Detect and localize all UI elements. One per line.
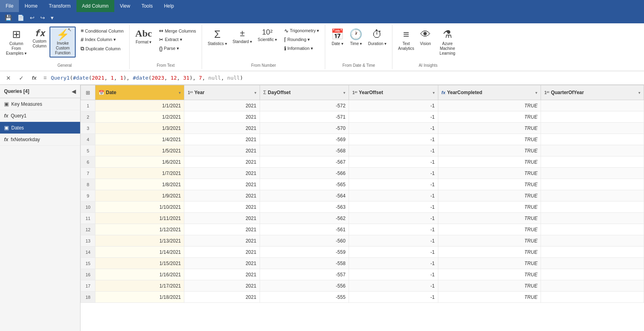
dayoffset-cell: -567 xyxy=(260,156,349,168)
sidebar-item-query1[interactable]: fx Query1 xyxy=(0,110,80,122)
rounding-button[interactable]: ⌈ Rounding ▾ xyxy=(282,35,322,44)
formula-equals-sign: = xyxy=(43,75,47,81)
merge-columns-button[interactable]: ⇔ Merge Columns xyxy=(157,27,198,35)
yearoffset-column-header[interactable]: 1²³ YearOffset ▾ xyxy=(349,85,438,100)
sidebar-item-dates[interactable]: ▣ Dates xyxy=(0,122,80,134)
date-cell: 1/13/2021 xyxy=(95,235,184,247)
formula-confirm-button[interactable]: ✓ xyxy=(16,73,27,83)
formula-input[interactable]: Query1(#date(2021, 1, 1), #date(2023, 12… xyxy=(51,75,641,81)
new-button[interactable]: 📄 xyxy=(16,14,26,22)
duration-button[interactable]: ⏱ Duration ▾ xyxy=(365,27,389,48)
table-row: 61/6/20212021-567-1TRUE xyxy=(81,156,644,168)
extract-icon: ✂ xyxy=(159,37,163,43)
ribbon-group-ai-insights: ≡ TextAnalytics 👁 Vision ⚗ Azure Machine… xyxy=(392,25,464,69)
dayoffset-cell: -562 xyxy=(260,213,349,224)
menu-view[interactable]: View xyxy=(114,0,136,12)
dayoffset-cell: -556 xyxy=(260,280,349,292)
extract-label: Extract ▾ xyxy=(165,37,182,42)
yearcompleted-column-header[interactable]: fx YearCompleted ▾ xyxy=(438,85,541,100)
date-column-header[interactable]: 📅 Date ▾ xyxy=(95,85,184,100)
dayoffset-cell: -570 xyxy=(260,123,349,134)
duplicate-column-icon: ⧉ xyxy=(80,45,84,52)
trigonometry-button[interactable]: ∿ Trigonometry ▾ xyxy=(282,27,322,35)
custom-column-button[interactable]: fx CustomColumn xyxy=(30,27,49,50)
date-col-arrow[interactable]: ▾ xyxy=(179,90,181,95)
year-cell: 2021 xyxy=(184,111,260,123)
merge-columns-label: Merge Columns xyxy=(165,29,196,33)
sidebar-collapse-button[interactable]: ◀ xyxy=(72,88,76,95)
yearoffset-cell: -1 xyxy=(349,292,438,303)
fx-button[interactable]: fx xyxy=(29,73,39,83)
dayoffset-column-header[interactable]: Σ DayOffset ▾ xyxy=(260,85,349,100)
dayoffset-col-arrow[interactable]: ▾ xyxy=(343,90,345,95)
duplicate-column-label: Duplicate Column xyxy=(85,46,120,51)
dayoffset-cell: -560 xyxy=(260,235,349,247)
quarterofyear-column-header[interactable]: 1²³ QuarterOfYear ▾ xyxy=(541,85,644,100)
dates-icon: ▣ xyxy=(4,125,9,131)
row-number-cell: 12 xyxy=(81,224,95,235)
sidebar-item-fxnetworkday[interactable]: fx fxNetworkday xyxy=(0,134,80,146)
table-row: 51/5/20212021-568-1TRUE xyxy=(81,145,644,156)
date-button[interactable]: 📅 Date ▾ xyxy=(328,27,346,48)
vision-button[interactable]: 👁 Vision xyxy=(417,27,433,48)
column-from-examples-button[interactable]: ⊞ Column FromExamples ▾ xyxy=(3,27,29,58)
extract-button[interactable]: ✂ Extract ▾ xyxy=(157,35,198,44)
index-column-button[interactable]: # Index Column ▾ xyxy=(78,35,126,44)
date-cell: 1/12/2021 xyxy=(95,224,184,235)
formula-cancel-button[interactable]: ✕ xyxy=(3,73,14,83)
save-button[interactable]: 💾 xyxy=(3,14,13,22)
menu-tools[interactable]: Tools xyxy=(136,0,158,12)
menu-home[interactable]: Home xyxy=(19,0,43,12)
data-area: ⊞ 📅 Date ▾ 1²³ xyxy=(80,85,644,331)
time-button[interactable]: 🕐 Time ▾ xyxy=(347,27,365,48)
vision-icon: 👁 xyxy=(420,28,431,41)
azure-ml-icon: ⚗ xyxy=(443,28,452,41)
yearcompleted-cell: TRUE xyxy=(438,280,541,292)
merge-columns-icon: ⇔ xyxy=(159,28,163,34)
redo-button[interactable]: ↪ xyxy=(39,14,47,22)
menu-transform[interactable]: Transform xyxy=(43,0,76,12)
sidebar-header: Queries [4] ◀ xyxy=(0,85,80,98)
quarterofyear-cell xyxy=(541,213,644,224)
year-col-arrow[interactable]: ▾ xyxy=(254,90,256,95)
conditional-column-label: Conditional Column xyxy=(85,29,124,33)
invoke-custom-function-button[interactable]: ⚡ ↖ Invoke CustomFunction xyxy=(50,27,76,58)
conditional-column-button[interactable]: ≡ Conditional Column xyxy=(78,27,126,35)
sidebar-item-key-measures[interactable]: ▣ Key Measures xyxy=(0,98,80,110)
from-text-group-label: From Text xyxy=(130,63,202,68)
yearoffset-cell: -1 xyxy=(349,100,438,111)
menu-add-column[interactable]: Add Column xyxy=(76,0,114,12)
information-button[interactable]: ℹ Information ▾ xyxy=(282,44,322,53)
yearoffset-cell: -1 xyxy=(349,134,438,145)
undo-button[interactable]: ↩ xyxy=(28,14,36,22)
data-table-container[interactable]: ⊞ 📅 Date ▾ 1²³ xyxy=(80,85,644,331)
yearcompleted-cell: TRUE xyxy=(438,247,541,258)
quarterofyear-cell xyxy=(541,235,644,247)
yearoffset-col-arrow[interactable]: ▾ xyxy=(433,90,435,95)
rounding-label: Rounding ▾ xyxy=(287,37,310,42)
text-analytics-button[interactable]: ≡ TextAnalytics xyxy=(396,27,417,53)
yearoffset-cell: -1 xyxy=(349,201,438,213)
quarterofyear-col-arrow[interactable]: ▾ xyxy=(638,90,640,95)
information-icon: ℹ xyxy=(284,45,286,51)
date-cell: 1/9/2021 xyxy=(95,190,184,201)
more-button[interactable]: ▾ xyxy=(49,14,55,22)
format-icon: Abc xyxy=(135,28,152,39)
standard-button[interactable]: ± Standard ▾ xyxy=(230,27,254,46)
statistics-button[interactable]: Σ Statistics ▾ xyxy=(205,27,229,48)
menu-file[interactable]: File xyxy=(0,0,19,12)
date-cell: 1/17/2021 xyxy=(95,280,184,292)
yearcompleted-col-arrow[interactable]: ▾ xyxy=(535,90,537,95)
row-number-cell: 16 xyxy=(81,269,95,280)
format-button[interactable]: Abc Format ▾ xyxy=(133,27,154,46)
quarterofyear-cell xyxy=(541,100,644,111)
ribbon-group-from-number: Σ Statistics ▾ ± Standard ▾ 10² Scientif… xyxy=(202,25,325,69)
parse-button[interactable]: {} Parse ▾ xyxy=(157,44,198,53)
scientific-button[interactable]: 10² Scientific ▾ xyxy=(255,27,279,44)
menu-help[interactable]: Help xyxy=(158,0,180,12)
quarterofyear-col-icon: 1²³ xyxy=(544,90,549,95)
azure-ml-button[interactable]: ⚗ Azure MachineLearning xyxy=(434,27,460,58)
year-column-header[interactable]: 1²³ Year ▾ xyxy=(184,85,260,100)
yearcompleted-cell: TRUE xyxy=(438,201,541,213)
duplicate-column-button[interactable]: ⧉ Duplicate Column xyxy=(78,44,126,53)
